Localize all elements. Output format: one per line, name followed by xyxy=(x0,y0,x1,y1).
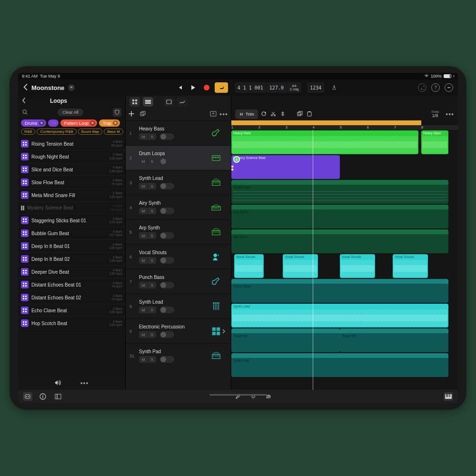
tag-close-icon[interactable]: ✕ xyxy=(113,120,118,126)
help-button[interactable]: ? xyxy=(431,83,440,92)
mute-button[interactable]: M xyxy=(139,208,148,214)
loops-browser-button[interactable] xyxy=(23,392,32,401)
loop-tool-button[interactable] xyxy=(261,111,267,118)
mute-button[interactable]: M xyxy=(139,356,148,363)
paste-button[interactable] xyxy=(307,111,312,118)
loop-item[interactable]: Mystery Science Beat4 Bars139 bpm xyxy=(18,202,125,214)
track-enable-toggle[interactable] xyxy=(160,356,174,363)
settings-button[interactable] xyxy=(445,83,453,92)
track-row[interactable]: 8Synth LeadMS xyxy=(126,294,231,318)
region[interactable]: Arp Synth xyxy=(231,229,448,253)
brightness-button[interactable] xyxy=(248,392,258,401)
list-view-button[interactable] xyxy=(143,97,153,107)
loop-item[interactable]: Slow Flow Beat4 Bars75 bpm xyxy=(18,176,125,189)
ruler[interactable]: 12345678 xyxy=(231,120,458,130)
genre-bass-m[interactable]: Bass M xyxy=(104,129,123,135)
mute-button[interactable]: M xyxy=(139,257,148,264)
loop-drag-badge[interactable] xyxy=(231,163,236,173)
tag-drums[interactable]: Drums✕ xyxy=(21,119,46,127)
grid-view-button[interactable] xyxy=(129,97,140,107)
solo-button[interactable]: S xyxy=(148,331,156,338)
region[interactable]: Tough Kit xyxy=(340,328,448,352)
import-track-button[interactable] xyxy=(210,111,217,118)
info-button[interactable] xyxy=(38,392,48,401)
pause-icon[interactable] xyxy=(21,206,24,210)
loop-item[interactable]: Rough Night Beat2 Bars139 bpm xyxy=(18,150,125,163)
track-expand-button[interactable] xyxy=(222,329,227,334)
volume-icon[interactable] xyxy=(55,380,61,387)
loops-back-button[interactable] xyxy=(22,98,26,104)
home-indicator[interactable] xyxy=(209,394,267,396)
tracks-more-button[interactable]: ••• xyxy=(219,110,228,118)
track-row[interactable]: 5Arp SynthMS xyxy=(126,219,231,244)
solo-button[interactable]: S xyxy=(148,307,156,313)
genre-boom-bap[interactable]: Boom Bap xyxy=(78,129,102,135)
region[interactable]: Vocal Shouts xyxy=(340,254,375,278)
mute-button[interactable]: M xyxy=(139,282,148,288)
region[interactable]: Punch Bass xyxy=(231,279,448,303)
clear-all-button[interactable]: Clear All xyxy=(58,109,83,116)
tag-close-icon[interactable]: ✕ xyxy=(39,120,44,126)
trim-button[interactable]: Trim xyxy=(235,109,258,119)
add-track-button[interactable] xyxy=(129,111,134,118)
region[interactable]: Heavy Bass xyxy=(231,130,418,154)
loop-item[interactable]: Distant Echoes Beat 024 Bars74 bpm xyxy=(18,291,125,304)
track-enable-toggle[interactable] xyxy=(160,183,174,189)
mute-button[interactable]: M xyxy=(139,183,148,189)
loops-more-button[interactable]: ••• xyxy=(80,379,89,387)
region[interactable]: Heavy Bass xyxy=(421,130,448,154)
track-enable-toggle[interactable] xyxy=(160,331,174,338)
genre-r-b[interactable]: R&B xyxy=(21,129,35,135)
track-row[interactable]: 1Heavy BassMS xyxy=(126,120,231,145)
lcd-signature[interactable]: 4/4C maj xyxy=(287,82,301,93)
mute-button[interactable]: M xyxy=(139,307,148,313)
region[interactable]: Synth Lead xyxy=(231,304,448,327)
track-row[interactable]: 2Drum LoopsMS xyxy=(126,145,231,170)
duplicate-track-button[interactable] xyxy=(140,111,146,118)
loop-item[interactable]: Staggering Sticks Beat 014 Bars123 bpm xyxy=(18,214,125,227)
tag-trap[interactable]: Trap✕ xyxy=(99,119,120,127)
project-title[interactable]: Moonstone xyxy=(31,84,64,91)
track-enable-toggle[interactable] xyxy=(160,232,174,239)
mixer-button[interactable] xyxy=(264,392,273,401)
cycle-region[interactable] xyxy=(231,120,421,125)
loop-item[interactable]: Deeper Dive Beat4 Bars130 bpm xyxy=(18,266,125,278)
track-enable-toggle[interactable] xyxy=(160,133,174,140)
undo-button[interactable] xyxy=(418,83,426,92)
loop-item[interactable]: Distant Echoes Beat 014 Bars74 bpm xyxy=(18,278,125,291)
track-enable-toggle[interactable] xyxy=(160,208,174,214)
metronome-button[interactable] xyxy=(329,82,339,93)
solo-button[interactable]: S xyxy=(148,356,156,363)
region[interactable]: Tough Kit xyxy=(231,328,340,352)
loop-item[interactable]: Deep In It Beat 014 Bars130 bpm xyxy=(18,240,125,253)
split-button[interactable] xyxy=(280,111,286,118)
loop-item[interactable]: Hop Scotch Beat4 Bars139 bpm xyxy=(18,317,125,330)
loop-item[interactable]: Meta Mind Snare Fill2 Bars139 bpm xyxy=(18,189,125,202)
project-menu-caret[interactable] xyxy=(68,84,75,91)
solo-button[interactable]: S xyxy=(148,282,156,288)
lcd-beat[interactable]: 1234 xyxy=(307,82,324,93)
solo-button[interactable]: S xyxy=(148,183,156,189)
track-row[interactable]: 7Punch BassMS xyxy=(126,269,231,294)
solo-button[interactable]: S xyxy=(148,257,156,264)
lcd-position[interactable]: 4 1 1 001 xyxy=(235,82,266,93)
region[interactable]: Vocal Shouts xyxy=(234,254,264,278)
region[interactable]: Mystery Science Beat+ xyxy=(231,155,340,179)
track-enable-toggle[interactable] xyxy=(160,282,174,288)
cycle-button[interactable] xyxy=(215,82,228,93)
solo-button[interactable]: S xyxy=(148,232,156,239)
mute-button[interactable]: M xyxy=(139,158,148,165)
mute-button[interactable]: M xyxy=(139,133,148,140)
region[interactable]: Synth Pad xyxy=(231,353,448,377)
region[interactable]: Synth Lead xyxy=(231,180,448,204)
edit-button[interactable] xyxy=(233,392,243,401)
track-row[interactable]: 6Vocal ShoutsMS xyxy=(126,244,231,269)
track-row[interactable]: 31Synth PadMS xyxy=(126,343,231,368)
loop-item[interactable]: Slice and Dice Beat4 Bars130 bpm xyxy=(18,163,125,176)
mute-button[interactable]: M xyxy=(139,331,148,338)
loop-item[interactable]: Echo Clave Beat2 Bars139 bpm xyxy=(18,304,125,317)
arrange-more-button[interactable]: ••• xyxy=(446,110,454,118)
play-button[interactable] xyxy=(188,82,198,93)
track-row[interactable]: 9Electronic PercussionMS xyxy=(126,318,231,343)
mute-button[interactable]: M xyxy=(139,232,148,239)
